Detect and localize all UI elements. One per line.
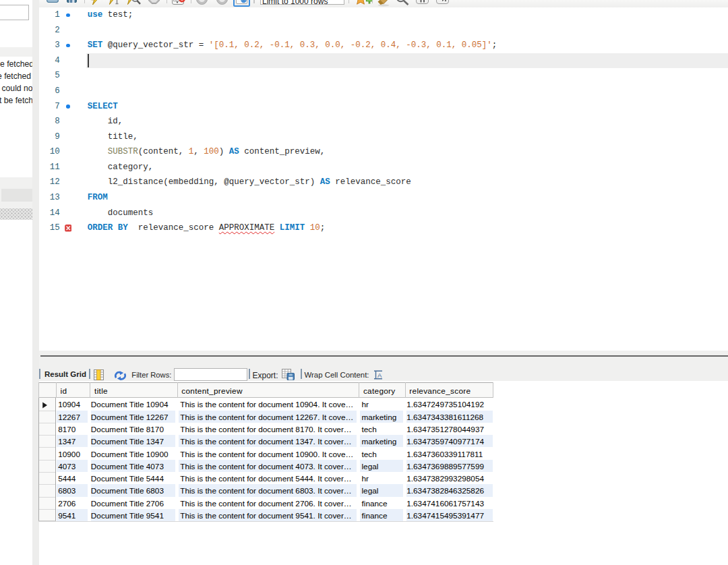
svg-text:A: A <box>377 371 382 379</box>
